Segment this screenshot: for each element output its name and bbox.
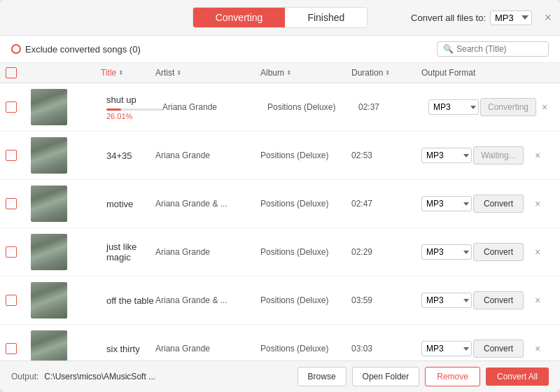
row-checkbox-col: [6, 150, 31, 161]
title-cell-5: six thirty: [101, 344, 155, 354]
progress-fill-0: [106, 108, 121, 111]
artist-sort-icon: ⬍: [176, 69, 182, 76]
convert-button-0[interactable]: Converting: [480, 98, 536, 116]
row-checkbox-0[interactable]: [6, 102, 17, 113]
format-select-0[interactable]: MP3AACFLAC: [428, 99, 479, 115]
thumbnail-1: [31, 137, 67, 174]
duration-2: 02:47: [351, 199, 421, 209]
search-icon: 🔍: [443, 44, 454, 54]
table-row: just like magic Ariana Grande Positions …: [0, 228, 560, 276]
album-5: Positions (Deluxe): [260, 344, 351, 354]
header: Converting Finished Convert all files to…: [0, 0, 560, 36]
thumbnail-2: [31, 186, 67, 222]
artist-1: Ariana Grande: [155, 150, 260, 160]
tab-group: Converting Finished: [192, 7, 368, 28]
table-header: Title ⬍ Artist ⬍ Album ⬍ Duration ⬍ Outp…: [0, 63, 560, 83]
title-sort-icon: ⬍: [118, 69, 124, 76]
header-album[interactable]: Album ⬍: [260, 67, 351, 78]
artist-3: Ariana Grande: [155, 247, 260, 257]
format-cell-5: MP3AAC Convert: [421, 340, 533, 358]
rows-container: shut up 26.01% Ariana Grande Positions (…: [0, 83, 560, 360]
open-folder-button[interactable]: Open Folder: [352, 367, 420, 386]
search-box: 🔍: [437, 41, 549, 57]
duration-1: 02:53: [351, 150, 421, 160]
toolbar: Exclude converted songs (0) 🔍: [0, 36, 560, 63]
delete-button-5[interactable]: ×: [533, 342, 542, 355]
action-cell-5: ×: [533, 342, 554, 355]
output-label: Output:: [11, 372, 38, 382]
action-cell-4: ×: [533, 294, 554, 307]
header-action-col: [533, 67, 554, 78]
table-row: shut up 26.01% Ariana Grande Positions (…: [0, 83, 560, 132]
search-input[interactable]: [456, 44, 542, 54]
convert-button-5[interactable]: Convert: [473, 340, 524, 358]
exclude-converted-button[interactable]: Exclude converted songs (0): [11, 44, 141, 55]
format-select-5[interactable]: MP3AAC: [421, 341, 472, 356]
artist-4: Ariana Grande & ...: [155, 295, 260, 305]
thumbnail-3: [31, 234, 67, 270]
browse-button[interactable]: Browse: [298, 367, 346, 386]
format-select-2[interactable]: MP3AAC: [421, 196, 472, 211]
thumbnail-5: [31, 330, 67, 360]
select-all-checkbox[interactable]: [6, 67, 17, 78]
convert-button-2[interactable]: Convert: [473, 195, 524, 213]
table-row: six thirty Ariana Grande Positions (Delu…: [0, 325, 560, 360]
header-title[interactable]: Title ⬍: [101, 67, 155, 78]
row-checkbox-col: [6, 102, 31, 113]
header-checkbox-col: [6, 67, 31, 78]
duration-4: 03:59: [351, 295, 421, 305]
title-cell-0: shut up 26.01%: [101, 94, 162, 120]
close-button[interactable]: ×: [544, 11, 552, 24]
remove-button[interactable]: Remove: [425, 367, 480, 386]
convert-all-format-label: Convert all files to: MP3 AAC FLAC WAV: [411, 10, 532, 25]
row-checkbox-1[interactable]: [6, 150, 17, 161]
row-checkbox-4[interactable]: [6, 295, 17, 306]
format-select-4[interactable]: MP3AAC: [421, 293, 472, 308]
format-select-1[interactable]: MP3AACFLAC: [421, 148, 472, 163]
delete-button-4[interactable]: ×: [533, 294, 542, 307]
row-checkbox-3[interactable]: [6, 246, 17, 258]
row-checkbox-col: [6, 343, 31, 354]
convert-all-button[interactable]: Convert All: [486, 368, 549, 386]
format-cell-1: MP3AACFLAC Waiting...: [421, 146, 533, 164]
action-cell-1: ×: [533, 149, 554, 162]
output-path: C:\Users\micso\AMusicSoft ...: [44, 372, 291, 382]
delete-button-0[interactable]: ×: [540, 101, 549, 113]
delete-button-3[interactable]: ×: [533, 246, 542, 258]
duration-3: 02:29: [351, 247, 421, 257]
format-cell-3: MP3AAC Convert: [421, 243, 533, 261]
action-cell-0: ×: [540, 101, 560, 113]
delete-button-2[interactable]: ×: [533, 197, 542, 210]
header-duration[interactable]: Duration ⬍: [351, 67, 421, 78]
title-cell-1: 34+35: [101, 150, 155, 161]
duration-sort-icon: ⬍: [385, 69, 391, 76]
header-output-format: Output Format: [421, 67, 533, 78]
header-artist[interactable]: Artist ⬍: [155, 67, 260, 78]
format-select-3[interactable]: MP3AAC: [421, 244, 472, 260]
action-cell-3: ×: [533, 246, 554, 258]
title-cell-2: motive: [101, 199, 155, 209]
format-cell-2: MP3AAC Convert: [421, 195, 533, 213]
thumbnail-0: [31, 89, 67, 125]
tab-finished[interactable]: Finished: [285, 8, 367, 27]
delete-button-1[interactable]: ×: [533, 149, 542, 162]
tab-converting[interactable]: Converting: [193, 8, 286, 27]
row-checkbox-col: [6, 246, 31, 258]
thumbnail-4: [31, 282, 67, 318]
action-cell-2: ×: [533, 197, 554, 210]
convert-button-4[interactable]: Convert: [473, 291, 524, 309]
exclude-icon: [11, 44, 21, 54]
row-checkbox-2[interactable]: [6, 198, 17, 209]
convert-button-1[interactable]: Waiting...: [473, 146, 524, 164]
row-checkbox-5[interactable]: [6, 343, 17, 354]
footer: Output: C:\Users\micso\AMusicSoft ... Br…: [0, 360, 560, 392]
title-cell-4: off the table: [101, 295, 155, 306]
format-cell-0: MP3AACFLAC Converting: [428, 98, 540, 116]
album-sort-icon: ⬍: [286, 69, 292, 76]
convert-all-format-select[interactable]: MP3 AAC FLAC WAV: [490, 10, 532, 25]
progress-bar-0: [106, 108, 162, 111]
duration-5: 03:03: [351, 344, 421, 354]
convert-button-3[interactable]: Convert: [473, 243, 524, 261]
row-checkbox-col: [6, 295, 31, 306]
artist-5: Ariana Grande: [155, 344, 260, 354]
